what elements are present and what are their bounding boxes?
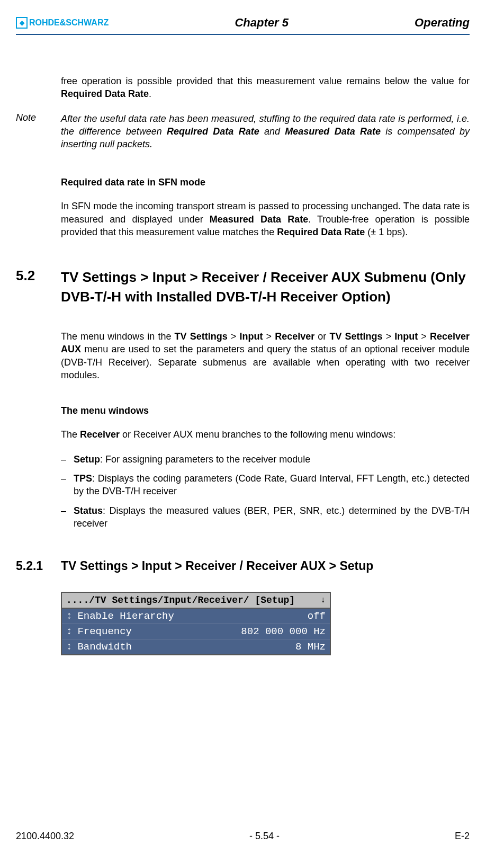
menu-field-label: Frequency (77, 626, 132, 637)
brand-logo: ROHDE&SCHWARZ (16, 17, 109, 29)
footer-right: E-2 (455, 831, 470, 842)
chapter-label: Chapter 5 (109, 16, 415, 30)
page-header: ROHDE&SCHWARZ Chapter 5 Operating (16, 16, 470, 35)
dash-icon: – (61, 472, 74, 498)
subheading: The menu windows (61, 405, 470, 416)
note-label: Note (16, 112, 61, 151)
menu-breadcrumb: ..../TV Settings/Input/Receiver/ (66, 595, 249, 606)
section-label: Operating (415, 16, 470, 30)
subsection-number: 5.2.1 (16, 559, 61, 573)
updown-icon: ↕ (66, 610, 72, 622)
logo-text: ROHDE&SCHWARZ (29, 18, 109, 28)
section-title: TV Settings > Input > Receiver / Receive… (61, 268, 470, 306)
footer-center: - 5.54 - (249, 831, 280, 842)
note-block: Note After the useful data rate has been… (61, 112, 470, 151)
paragraph: The Receiver or Receiver AUX menu branch… (61, 428, 470, 441)
paragraph: In SFN mode the incoming transport strea… (61, 200, 470, 238)
paragraph: The menu windows in the TV Settings > In… (61, 330, 470, 381)
list-item: – Setup: For assigning parameters to the… (61, 453, 470, 466)
subheading: Required data rate in SFN mode (61, 177, 470, 188)
menu-down-icon: ↓ (320, 595, 326, 605)
dash-icon: – (61, 453, 74, 466)
list-item: – TPS: Displays the coding parameters (C… (61, 472, 470, 498)
updown-icon: ↕ (66, 626, 72, 637)
section-number: 5.2 (16, 268, 61, 306)
menu-row: ↕Bandwidth 8 MHz (62, 639, 330, 654)
menu-breadcrumb-bar: ..../TV Settings/Input/Receiver/ [Setup]… (62, 593, 330, 609)
menu-screenshot: ..../TV Settings/Input/Receiver/ [Setup]… (61, 592, 331, 655)
menu-field-value: 8 MHz (295, 641, 326, 653)
subsection-heading: 5.2.1 TV Settings > Input > Receiver / R… (61, 559, 470, 573)
logo-icon (16, 17, 28, 29)
list-item: – Status: Displays the measured values (… (61, 504, 470, 530)
subsection-title: TV Settings > Input > Receiver / Receive… (61, 559, 373, 573)
menu-field-value: 802 000 000 Hz (241, 626, 326, 637)
menu-field-label: Enable Hierarchy (77, 610, 174, 622)
note-text: After the useful data rate has been meas… (61, 112, 470, 151)
updown-icon: ↕ (66, 641, 72, 653)
menu-row: ↕Frequency 802 000 000 Hz (62, 624, 330, 639)
paragraph: free operation is possible provided that… (61, 75, 470, 101)
footer-left: 2100.4400.32 (16, 831, 74, 842)
menu-field-value: off (308, 610, 326, 622)
menu-current: [Setup] (255, 595, 295, 606)
page-footer: 2100.4400.32 - 5.54 - E-2 (16, 831, 470, 842)
section-heading: 5.2 TV Settings > Input > Receiver / Rec… (61, 268, 470, 306)
menu-field-label: Bandwidth (77, 641, 132, 653)
menu-body: ↕Enable Hierarchy off ↕Frequency 802 000… (62, 609, 330, 654)
dash-icon: – (61, 504, 74, 530)
menu-row: ↕Enable Hierarchy off (62, 609, 330, 624)
